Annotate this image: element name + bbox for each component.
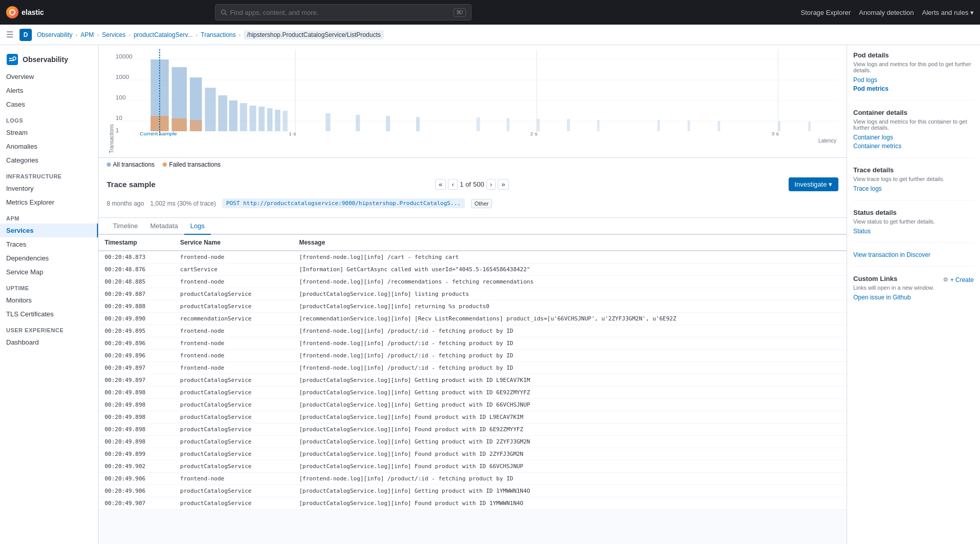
sidebar-item-service-map[interactable]: Service Map bbox=[0, 265, 98, 279]
tab-timeline[interactable]: Timeline bbox=[107, 218, 144, 235]
svg-rect-42 bbox=[718, 121, 720, 131]
cell-service: productCatalogService bbox=[174, 399, 293, 411]
cell-timestamp: 00:20:48.876 bbox=[99, 264, 174, 276]
table-row[interactable]: 00:20:49.898 productCatalogService [prod… bbox=[99, 436, 847, 448]
table-row[interactable]: 00:20:48.873 frontend-node [frontend-nod… bbox=[99, 251, 847, 264]
sidebar-item-cases[interactable]: Cases bbox=[0, 97, 98, 111]
cell-message: [frontend-node.log][info] /product/:id -… bbox=[293, 473, 847, 485]
cell-timestamp: 00:20:49.896 bbox=[99, 337, 174, 350]
sidebar-item-traces[interactable]: Traces bbox=[0, 237, 98, 251]
chart-legend: All transactions Failed transactions bbox=[99, 158, 847, 171]
search-input[interactable] bbox=[230, 9, 450, 16]
cell-service: frontend-node bbox=[174, 473, 293, 485]
table-row[interactable]: 00:20:49.888 productCatalogService [prod… bbox=[99, 300, 847, 313]
sidebar-item-alerts[interactable]: Alerts bbox=[0, 84, 98, 97]
breadcrumb-product-catalog[interactable]: productCatalogServ... bbox=[133, 31, 192, 38]
container-logs-link[interactable]: Container logs bbox=[853, 134, 974, 141]
pod-metrics-link[interactable]: Pod metrics bbox=[853, 85, 974, 92]
trace-logs-link[interactable]: Trace logs bbox=[853, 185, 974, 192]
cell-message: [productCatalogService.log][info] return… bbox=[293, 300, 847, 313]
custom-links-desc: Links will open in a new window. bbox=[853, 285, 974, 291]
sidebar-item-inventory[interactable]: Inventory bbox=[0, 182, 98, 195]
tab-metadata[interactable]: Metadata bbox=[144, 218, 184, 235]
trace-time-ago: 8 months ago bbox=[107, 200, 144, 207]
storage-explorer-link[interactable]: Storage Explorer bbox=[801, 9, 851, 16]
tabs: Timeline Metadata Logs bbox=[99, 218, 847, 235]
gear-icon[interactable]: ⚙ bbox=[943, 276, 948, 283]
investigate-button[interactable]: Investigate ▾ bbox=[789, 177, 839, 191]
sidebar-item-categories[interactable]: Categories bbox=[0, 153, 98, 167]
github-link[interactable]: Open issue in Github bbox=[853, 294, 974, 301]
svg-rect-31 bbox=[326, 113, 330, 131]
cell-service: productCatalogService bbox=[174, 497, 293, 510]
breadcrumb-apm[interactable]: APM bbox=[81, 31, 94, 38]
table-row[interactable]: 00:20:49.898 productCatalogService [prod… bbox=[99, 411, 847, 424]
cell-service: productCatalogService bbox=[174, 300, 293, 313]
container-metrics-link[interactable]: Container metrics bbox=[853, 143, 974, 150]
svg-rect-39 bbox=[597, 120, 600, 131]
trace-first-button[interactable]: « bbox=[435, 179, 446, 190]
trace-prev-button[interactable]: ‹ bbox=[448, 179, 457, 190]
chart-svg: 10000 1000 100 10 1 bbox=[114, 49, 838, 136]
cell-message: [productCatalogService.log][info] Found … bbox=[293, 411, 847, 424]
view-in-discover-link[interactable]: View transaction in Discover bbox=[853, 251, 974, 258]
svg-rect-35 bbox=[477, 117, 480, 131]
cell-timestamp: 00:20:49.906 bbox=[99, 485, 174, 497]
custom-links-header: Custom Links ⚙ + Create bbox=[853, 275, 974, 285]
table-row[interactable]: 00:20:49.898 productCatalogService [prod… bbox=[99, 387, 847, 399]
status-link[interactable]: Status bbox=[853, 228, 974, 235]
table-row[interactable]: 00:20:49.895 frontend-node [frontend-nod… bbox=[99, 325, 847, 337]
table-row[interactable]: 00:20:49.898 productCatalogService [prod… bbox=[99, 399, 847, 411]
breadcrumb-transactions[interactable]: Transactions bbox=[201, 31, 236, 38]
table-row[interactable]: 00:20:49.906 productCatalogService [prod… bbox=[99, 485, 847, 497]
alerts-rules-link[interactable]: Alerts and rules ▾ bbox=[922, 9, 974, 16]
table-row[interactable]: 00:20:49.897 frontend-node [frontend-nod… bbox=[99, 362, 847, 374]
svg-text:Current sample: Current sample bbox=[140, 131, 177, 136]
table-row[interactable]: 00:20:49.887 productCatalogService [prod… bbox=[99, 288, 847, 300]
table-row[interactable]: 00:20:49.896 frontend-node [frontend-nod… bbox=[99, 337, 847, 350]
sidebar-item-dashboard[interactable]: Dashboard bbox=[0, 335, 98, 349]
sidebar-logo-icon bbox=[6, 53, 18, 66]
trace-url-badge: POST http://productcatalogservice:9000/h… bbox=[222, 198, 465, 208]
status-details-desc: View status to get further details. bbox=[853, 218, 974, 225]
sidebar-item-stream[interactable]: Stream bbox=[0, 126, 98, 139]
pod-logs-link[interactable]: Pod logs bbox=[853, 76, 974, 84]
cell-service: frontend-node bbox=[174, 362, 293, 374]
cell-service: productCatalogService bbox=[174, 387, 293, 399]
breadcrumb-services[interactable]: Services bbox=[102, 31, 126, 38]
table-row[interactable]: 00:20:49.906 frontend-node [frontend-nod… bbox=[99, 473, 847, 485]
sidebar-item-tls[interactable]: TLS Certificates bbox=[0, 307, 98, 321]
sidebar-item-dependencies[interactable]: Dependencies bbox=[0, 251, 98, 265]
breadcrumb-observability[interactable]: Observability bbox=[37, 31, 72, 38]
svg-rect-27 bbox=[283, 111, 287, 131]
anomaly-detection-link[interactable]: Anomaly detection bbox=[859, 9, 914, 16]
elastic-logo-text: elastic bbox=[22, 8, 44, 16]
table-row[interactable]: 00:20:49.896 frontend-node [frontend-nod… bbox=[99, 350, 847, 362]
svg-rect-26 bbox=[275, 110, 281, 131]
search-bar[interactable]: ⌘/ bbox=[215, 4, 472, 21]
tab-logs[interactable]: Logs bbox=[184, 218, 211, 235]
trace-next-button[interactable]: › bbox=[486, 179, 496, 190]
sidebar-item-anomalies[interactable]: Anomalies bbox=[0, 139, 98, 153]
table-row[interactable]: 00:20:49.899 productCatalogService [prod… bbox=[99, 448, 847, 460]
svg-text:10000: 10000 bbox=[115, 54, 132, 59]
sidebar-item-metrics-explorer[interactable]: Metrics Explorer bbox=[0, 195, 98, 209]
svg-rect-5 bbox=[9, 60, 14, 61]
sidebar-item-monitors[interactable]: Monitors bbox=[0, 293, 98, 307]
table-row[interactable]: 00:20:49.907 productCatalogService [prod… bbox=[99, 497, 847, 510]
sidebar-item-overview[interactable]: Overview bbox=[0, 70, 98, 84]
table-row[interactable]: 00:20:49.897 productCatalogService [prod… bbox=[99, 374, 847, 387]
menu-icon[interactable]: ☰ bbox=[6, 30, 13, 39]
status-details-section: Status details View status to get furthe… bbox=[853, 209, 974, 243]
trace-last-button[interactable]: » bbox=[498, 179, 508, 190]
svg-rect-40 bbox=[657, 120, 660, 131]
table-row[interactable]: 00:20:49.898 productCatalogService [prod… bbox=[99, 424, 847, 436]
table-row[interactable]: 00:20:49.902 productCatalogService [prod… bbox=[99, 460, 847, 473]
table-header-row: Timestamp Service Name Message bbox=[99, 235, 847, 251]
sidebar-item-services[interactable]: Services bbox=[0, 224, 98, 237]
table-row[interactable]: 00:20:48.885 frontend-node [frontend-nod… bbox=[99, 276, 847, 288]
svg-rect-23 bbox=[249, 106, 256, 131]
table-row[interactable]: 00:20:48.876 cartService [Information] G… bbox=[99, 264, 847, 276]
table-row[interactable]: 00:20:49.890 recommendationService [reco… bbox=[99, 313, 847, 325]
create-link-button[interactable]: + Create bbox=[950, 276, 974, 284]
